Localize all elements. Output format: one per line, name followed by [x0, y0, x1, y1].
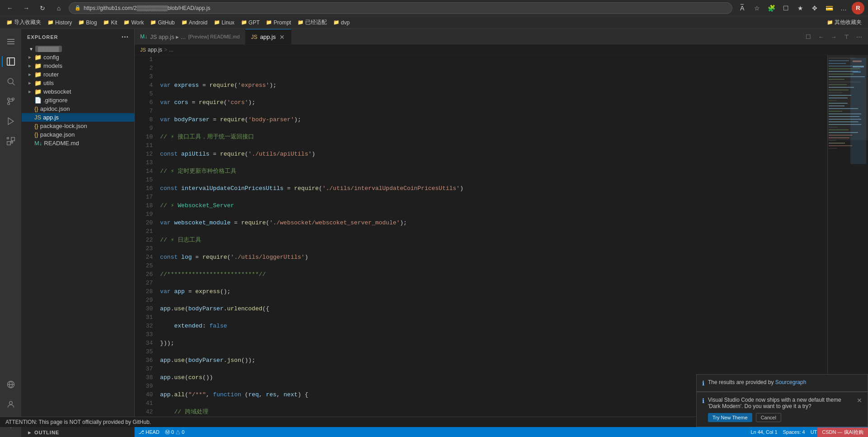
chevron-right-icon: ►	[27, 55, 33, 60]
bookmark-blog[interactable]: 📁 Blog	[75, 19, 99, 27]
run-debug-icon[interactable]	[2, 112, 20, 130]
bookmark-label: Prompt	[274, 19, 291, 26]
tab-appjs[interactable]: JS app.js ✕	[245, 29, 292, 44]
line-num: 8	[138, 115, 153, 124]
sidebar-item-package[interactable]: {} package.json	[22, 130, 134, 139]
code-line-3: var cors = require('cors');	[160, 98, 824, 107]
bookmark-label: dvp	[341, 19, 349, 26]
breadcrumb-location[interactable]: ...	[169, 47, 174, 53]
navigate-forward-button[interactable]: →	[828, 31, 839, 42]
sidebar-title: EXPLORER	[27, 34, 58, 40]
line-num: 38	[138, 373, 153, 382]
back-button[interactable]: ←	[4, 2, 16, 14]
tab-close-button[interactable]: ✕	[278, 33, 286, 41]
bookmark-github[interactable]: 📁 GitHub	[147, 19, 177, 27]
translate-button[interactable]: A̅	[736, 2, 749, 14]
tab-readme[interactable]: M↓ JS app.js ▸ ... [Preview] README.md	[135, 29, 245, 44]
code-line-10: var webscoket_module = require('./websoc…	[160, 218, 824, 227]
bookmark-others[interactable]: 📁 其他收藏夹	[824, 18, 864, 27]
csdn-badge[interactable]: CSDN — 疯AI抢购	[817, 428, 868, 437]
split-editor-button[interactable]: ☐	[803, 31, 814, 42]
code-line-15: app.use(bodyParser.urlencoded({	[160, 304, 824, 313]
sidebar-item-appjs[interactable]: JS app.js	[22, 113, 134, 122]
folder-icon: 📁	[78, 19, 85, 25]
star-button[interactable]: ☆	[750, 2, 763, 14]
explorer-icon[interactable]	[2, 52, 20, 71]
account-icon[interactable]	[2, 395, 20, 413]
sidebar-item-models[interactable]: ► 📁 models	[22, 62, 134, 70]
status-branch[interactable]: ⎇ HEAD	[138, 429, 160, 435]
status-ln-col[interactable]: Ln 44, Col 1	[750, 429, 777, 435]
sidebar-item-websocket[interactable]: ► 📁 websocket	[22, 87, 134, 96]
line-num: 32	[138, 322, 153, 330]
bookmark-linux[interactable]: 📁 Linux	[211, 19, 237, 27]
bookmark-android[interactable]: 📁 Android	[179, 19, 210, 27]
line-num: 36	[138, 356, 153, 365]
svg-rect-2	[7, 43, 14, 44]
favorites-button[interactable]: ★	[794, 2, 807, 14]
sidebar-item-gitignore[interactable]: 📄 .gitignore	[22, 96, 134, 104]
folder-icon: 📁	[34, 54, 42, 61]
menu-icon[interactable]	[2, 33, 20, 51]
folder-icon: 📁	[103, 19, 109, 25]
sourcegraph-link[interactable]: Sourcegraph	[775, 379, 807, 385]
bookmark-gpt[interactable]: 📁 GPT	[238, 19, 263, 27]
line-num: 9	[138, 124, 153, 133]
tab-bar: M↓ JS app.js ▸ ... [Preview] README.md J…	[135, 29, 868, 45]
layout-button[interactable]: ⊤	[841, 31, 852, 42]
status-errors[interactable]: Ⓜ 0 △ 0	[165, 429, 184, 436]
status-spaces[interactable]: Spaces: 4	[783, 429, 805, 435]
avatar[interactable]: R	[852, 2, 864, 14]
sidebar-item-utils[interactable]: ► 📁 utils	[22, 79, 134, 87]
extensions-icon[interactable]	[2, 132, 20, 150]
more-button[interactable]: …	[837, 2, 850, 14]
try-theme-button[interactable]: Try New Theme	[708, 413, 752, 422]
bookmark-kit[interactable]: 📁 Kit	[100, 19, 120, 27]
split-button[interactable]: ☐	[779, 2, 792, 14]
outline-section[interactable]: ► OUTLINE	[22, 428, 134, 437]
line-num: 18	[138, 201, 153, 210]
sidebar-more-icon[interactable]: ⋯	[121, 33, 129, 41]
bookmark-label: GitHub	[158, 19, 175, 26]
tree-item-label: config	[43, 54, 134, 61]
source-control-icon[interactable]	[2, 92, 20, 110]
forward-button[interactable]: →	[20, 2, 33, 14]
remote-icon[interactable]	[2, 375, 20, 394]
sidebar-item-config[interactable]: ► 📁 config	[22, 53, 134, 62]
bookmark-dvp[interactable]: 📁 dvp	[330, 19, 352, 27]
bookmark-prompt[interactable]: 📁 Prompt	[263, 19, 294, 27]
sidebar-item-readme[interactable]: M↓ README.md	[22, 139, 134, 147]
bookmark-adapted[interactable]: 📁 已经适配	[295, 18, 330, 27]
line-num: 39	[138, 382, 153, 390]
more-actions-button[interactable]: ⋯	[854, 31, 864, 42]
address-bar[interactable]: 🔒 https://github1s.com/2▒▒▒▒▒▒▒▒blob/HEA…	[69, 2, 732, 14]
sidebar-item-package-lock[interactable]: {} package-lock.json	[22, 122, 134, 130]
bookmark-label: 其他收藏夹	[835, 19, 862, 26]
folder-icon: 📁	[6, 19, 13, 25]
notification-actions: Try New Theme Cancel	[708, 413, 853, 422]
code-content[interactable]: var express = require('express'); var co…	[156, 55, 827, 427]
chevron-right-icon: ►	[27, 430, 33, 435]
sidebar-item-apidoc[interactable]: {} apidoc.json	[22, 104, 134, 113]
home-button[interactable]: ⌂	[52, 2, 65, 14]
refresh-button[interactable]: ↻	[36, 2, 49, 14]
notification-close-button[interactable]: ✕	[857, 397, 862, 404]
sidebar-item-router[interactable]: ► 📁 router	[22, 70, 134, 79]
repo-name-item[interactable]: ▼ ▒▒▒▒▒▒	[22, 45, 134, 53]
bookmark-history[interactable]: 📁 History	[45, 19, 75, 27]
code-editor[interactable]: 1 2 3 4 5 6 7 8 9 10 11 12 13 14 15 16 1…	[135, 55, 868, 427]
extensions-button[interactable]: 🧩	[765, 2, 778, 14]
line-num: 27	[138, 279, 153, 287]
collections-button[interactable]: ✥	[808, 2, 821, 14]
sidebar-tree: ► 📁 config ► 📁 models ► 📁 router ► 📁 uti…	[22, 53, 134, 428]
bookmark-label: Work	[131, 19, 144, 26]
cancel-theme-button[interactable]: Cancel	[756, 413, 781, 422]
search-icon[interactable]	[2, 72, 20, 90]
json-icon: {}	[34, 131, 38, 138]
wallet-button[interactable]: 💳	[823, 2, 835, 14]
bookmark-work[interactable]: 📁 Work	[121, 19, 146, 27]
breadcrumb-filename[interactable]: app.js	[148, 47, 162, 53]
bookmark-import[interactable]: 📁 导入收藏夹	[4, 18, 44, 27]
navigate-back-button[interactable]: ←	[816, 31, 826, 42]
line-num: 5	[138, 90, 153, 98]
